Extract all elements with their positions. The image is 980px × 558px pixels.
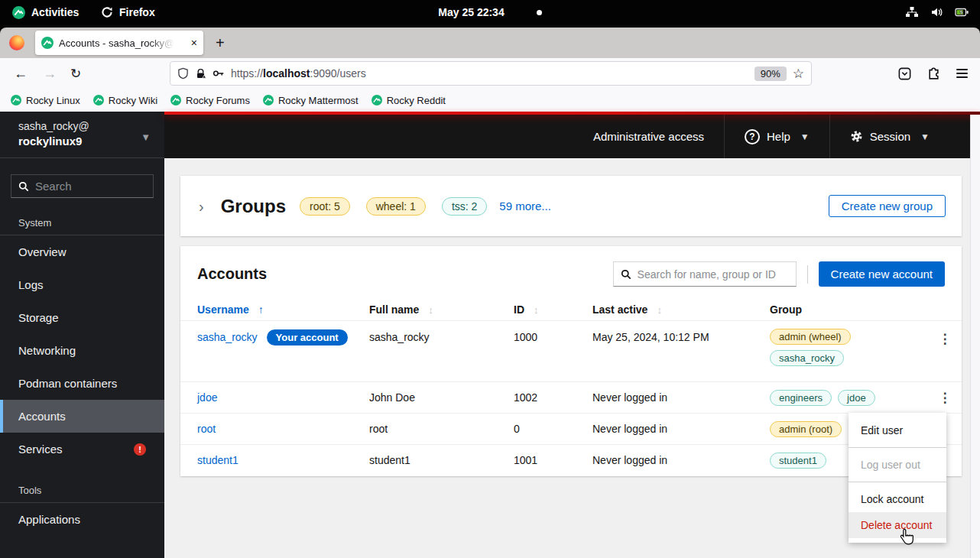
hamburger-menu-icon[interactable] xyxy=(956,67,968,80)
bookmark-rocky-wiki[interactable]: Rocky Wiki xyxy=(93,95,157,106)
account-actions-menu: Edit userLog user outLock accountDelete … xyxy=(849,413,946,543)
sidebar-item-logs[interactable]: Logs xyxy=(0,268,164,301)
create-group-button[interactable]: Create new group xyxy=(829,195,946,217)
accounts-search[interactable] xyxy=(613,261,797,287)
bookmark-star-icon[interactable]: ☆ xyxy=(793,66,804,82)
username-link-root[interactable]: root xyxy=(197,423,216,435)
lock-warning-icon[interactable] xyxy=(195,68,206,79)
sidebar-item-podman-containers[interactable]: Podman containers xyxy=(0,367,164,400)
menu-item-edit-user[interactable]: Edit user xyxy=(849,417,946,443)
gear-icon xyxy=(850,130,863,143)
bookmark-rocky-linux[interactable]: Rocky Linux xyxy=(11,95,80,106)
sidebar: sasha_rocky@ rockylinux9 ▼ SystemOvervie… xyxy=(0,112,164,558)
host-switcher[interactable]: sasha_rocky@ rockylinux9 ▼ xyxy=(0,112,164,158)
column-header-username[interactable]: Username↑ xyxy=(197,303,369,316)
sort-icon: ↕ xyxy=(428,304,433,316)
column-header-id[interactable]: ID↕ xyxy=(514,303,592,316)
group-badge-tss-2[interactable]: tss: 2 xyxy=(442,197,487,216)
menu-item-delete-account[interactable]: Delete account xyxy=(849,512,946,538)
group-badge-admin-wheel-: admin (wheel) xyxy=(770,329,851,345)
help-menu[interactable]: ? Help ▼ xyxy=(725,115,829,158)
admin-access-button[interactable]: Administrative access xyxy=(593,130,704,143)
tab-close-icon[interactable]: × xyxy=(191,37,197,48)
rocky-icon xyxy=(11,95,21,105)
back-button[interactable]: ← xyxy=(14,58,28,89)
browser-tab[interactable]: Accounts - sasha_rocky@ × xyxy=(35,31,203,55)
kebab-menu-button[interactable]: ⋮ xyxy=(939,391,952,405)
bookmark-rocky-forums[interactable]: Rocky Forums xyxy=(170,95,250,106)
tab-title: Accounts - sasha_rocky@ xyxy=(59,37,174,49)
extensions-icon[interactable] xyxy=(927,67,940,80)
id-cell: 1001 xyxy=(514,454,592,466)
toolbar-right-icons xyxy=(898,58,968,89)
help-icon: ? xyxy=(745,129,760,144)
sidebar-item-accounts[interactable]: Accounts xyxy=(0,400,164,433)
sidebar-item-services[interactable]: Services! xyxy=(0,433,164,466)
tab-favicon-rocky-icon xyxy=(41,37,54,49)
group-badge-wheel-1[interactable]: wheel: 1 xyxy=(366,197,426,216)
groups-cell: engineersjdoe xyxy=(770,390,928,406)
last-active-cell: Never logged in xyxy=(592,391,770,404)
sidebar-item-networking[interactable]: Networking xyxy=(0,334,164,367)
sidebar-nav: SystemOverviewLogsStorageNetworkingPodma… xyxy=(0,198,164,536)
table-row-jdoe: jdoeJohn Doe1002Never logged inengineers… xyxy=(180,381,962,413)
menu-item-log-user-out: Log user out xyxy=(849,452,946,478)
kebab-menu-button[interactable]: ⋮ xyxy=(939,332,952,346)
rocky-icon xyxy=(372,95,382,105)
full-name-cell: John Doe xyxy=(369,391,514,404)
id-cell: 1000 xyxy=(514,331,592,343)
sidebar-item-storage[interactable]: Storage xyxy=(0,301,164,334)
bookmark-rocky-mattermost[interactable]: Rocky Mattermost xyxy=(263,95,359,106)
accounts-table-body: sasha_rockyYour accountsasha_rocky1000Ma… xyxy=(180,320,962,475)
table-row-student1: student1student11001Never logged instude… xyxy=(180,444,962,475)
accounts-card: Accounts Create new account Username↑Ful… xyxy=(180,246,962,476)
url-bar[interactable]: https://localhost:9090/users 90% ☆ xyxy=(170,61,812,86)
groups-cell: admin (wheel)sasha_rocky xyxy=(770,329,928,366)
sidebar-item-overview[interactable]: Overview xyxy=(0,235,164,268)
username-link-student1[interactable]: student1 xyxy=(197,454,239,466)
rocky-icon xyxy=(263,95,274,105)
masthead: Administrative access ? Help ▼ Session ▼ xyxy=(164,115,980,158)
tab-strip-area: Accounts - sasha_rocky@ × + xyxy=(0,24,980,58)
expand-chevron-icon[interactable]: › xyxy=(199,199,204,214)
chevron-down-icon: ▼ xyxy=(141,131,151,143)
session-label: Session xyxy=(870,130,910,143)
bookmark-rocky-reddit[interactable]: Rocky Reddit xyxy=(372,95,446,106)
pocket-icon[interactable] xyxy=(898,67,911,80)
more-groups-link[interactable]: 59 more... xyxy=(499,200,551,212)
session-menu[interactable]: Session ▼ xyxy=(830,115,949,158)
nav-section-system: System xyxy=(0,198,164,235)
group-badge-root-5[interactable]: root: 5 xyxy=(300,197,350,216)
group-badge-jdoe: jdoe xyxy=(838,390,875,406)
clock-button[interactable]: May 25 22:34 xyxy=(0,0,980,24)
group-badge-student1: student1 xyxy=(770,453,826,469)
sidebar-item-applications[interactable]: Applications xyxy=(0,503,164,536)
reload-button[interactable]: ↻ xyxy=(70,58,81,89)
last-active-cell: Never logged in xyxy=(592,454,770,466)
menu-item-lock-account[interactable]: Lock account xyxy=(849,486,946,512)
groups-card: › Groups root: 5wheel: 1tss: 2 59 more..… xyxy=(180,176,962,236)
new-tab-button[interactable]: + xyxy=(216,34,225,52)
system-status-area[interactable] xyxy=(905,0,969,24)
firefox-logo-icon xyxy=(9,35,24,50)
key-icon[interactable] xyxy=(213,68,225,79)
create-account-button[interactable]: Create new account xyxy=(819,261,945,287)
accounts-search-input[interactable] xyxy=(638,268,779,281)
group-badge-sasha-rocky: sasha_rocky xyxy=(770,350,844,366)
forward-button: → xyxy=(43,58,57,89)
hostname-text: rockylinux9 xyxy=(18,135,146,148)
zoom-level-badge[interactable]: 90% xyxy=(754,67,787,81)
nav-section-tools: Tools xyxy=(0,466,164,502)
sidebar-search-input[interactable] xyxy=(35,180,142,193)
scrollbar[interactable] xyxy=(970,115,980,558)
warning-badge: ! xyxy=(134,443,146,456)
divider xyxy=(849,447,946,448)
sort-ascending-icon: ↑ xyxy=(258,303,264,316)
username-link-jdoe[interactable]: jdoe xyxy=(197,391,217,404)
notification-dot xyxy=(537,10,542,15)
search-icon xyxy=(18,181,29,192)
username-link-sasha-rocky[interactable]: sasha_rocky xyxy=(197,331,258,343)
column-header-full-name[interactable]: Full name↕ xyxy=(369,303,514,316)
column-header-last-active[interactable]: Last active↕ xyxy=(592,303,770,316)
sidebar-search[interactable] xyxy=(11,174,154,198)
